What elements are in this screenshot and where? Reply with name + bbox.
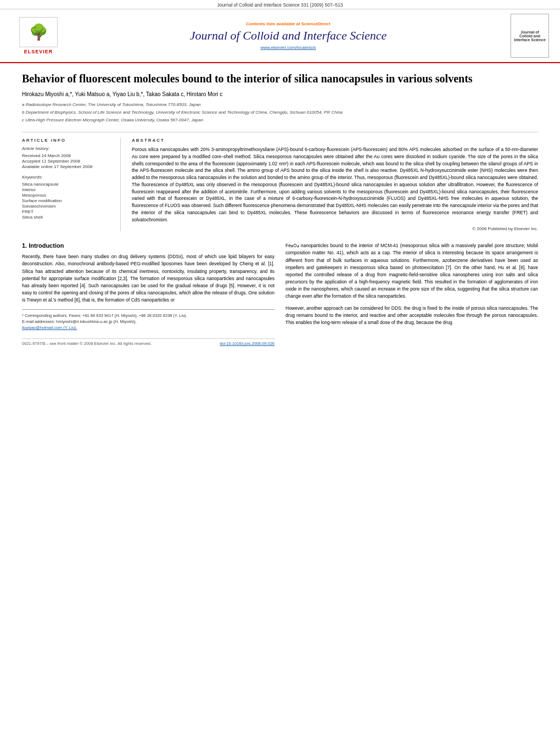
affiliations: a Radioisotope Research Center, The Univ… bbox=[22, 102, 538, 124]
footer-bar: 0021-9797/$ – see front matter © 2008 El… bbox=[22, 338, 275, 346]
main-content: Behavior of fluorescent molecules bound … bbox=[0, 63, 560, 354]
body-col-left: 1. Introduction Recently, there have bee… bbox=[22, 242, 275, 346]
thumb-line3: Interface Science bbox=[514, 38, 546, 42]
footnote-email2[interactable]: liuyiyao@hotmail.com (Y. Liu). bbox=[22, 325, 275, 330]
keyword-3: Surface modification bbox=[22, 198, 112, 203]
abstract-text: Porous silica nanocapsules with 20% 3-am… bbox=[132, 146, 538, 223]
thumb-line2: Colloid and bbox=[519, 34, 540, 38]
authors: Hirokazu Miyoshi a,*, Yuki Matsuo a, Yiy… bbox=[22, 91, 538, 97]
history-label: Article history: bbox=[22, 146, 112, 151]
keyword-4: Solvatochromism bbox=[22, 204, 112, 209]
footer-issn: 0021-9797/$ – see front matter © 2008 El… bbox=[22, 341, 152, 346]
body-section: 1. Introduction Recently, there have bee… bbox=[22, 242, 538, 346]
keyword-2: Mesoporous bbox=[22, 193, 112, 198]
affiliation-c: c Ultra-High Pressure Electron Micrograp… bbox=[22, 117, 538, 124]
accepted: Accepted 11 September 2008 bbox=[22, 159, 112, 164]
sciencedirect-link: Contents lists available at ScienceDirec… bbox=[66, 21, 511, 26]
article-info-label: ARTICLE INFO bbox=[22, 138, 112, 143]
journal-title: Journal of Colloid and Interface Science bbox=[66, 29, 511, 43]
contents-label: Contents lists available at bbox=[246, 21, 301, 26]
elsevier-wordmark: ELSEVIER bbox=[24, 49, 53, 54]
journal-thumbnail: Journal of Colloid and Interface Science bbox=[511, 14, 549, 58]
footnote-email: E-mail addresses: hmiyoshi@ri.tokushima-… bbox=[22, 319, 275, 324]
elsevier-logo: 🌳 ELSEVIER bbox=[11, 17, 66, 54]
page-wrapper: Journal of Colloid and Interface Science… bbox=[0, 0, 560, 742]
received: Received 24 March 2008 bbox=[22, 153, 112, 158]
abstract-label: ABSTRACT bbox=[132, 138, 538, 143]
journal-url[interactable]: www.elsevier.com/locate/jcis bbox=[66, 45, 511, 50]
intro-heading: 1. Introduction bbox=[22, 242, 275, 249]
authors-text: Hirokazu Miyoshi a,*, Yuki Matsuo a, Yiy… bbox=[22, 91, 222, 97]
journal-bar: Journal of Colloid and Interface Science… bbox=[0, 0, 560, 9]
keywords-label: Keywords: bbox=[22, 175, 112, 180]
header-center: Contents lists available at ScienceDirec… bbox=[66, 21, 511, 50]
article-title: Behavior of fluorescent molecules bound … bbox=[22, 71, 538, 86]
keyword-5: FRET bbox=[22, 209, 112, 214]
footer-doi[interactable]: doi:10.1016/j.jcis.2008.09.026 bbox=[220, 341, 275, 346]
keyword-6: Silica shell bbox=[22, 215, 112, 220]
affiliation-a: a Radioisotope Research Center, The Univ… bbox=[22, 102, 538, 108]
article-info-abstract: ARTICLE INFO Article history: Received 2… bbox=[22, 138, 538, 231]
available-online: Available online 17 September 2008 bbox=[22, 164, 112, 169]
keyword-1: Interior bbox=[22, 187, 112, 192]
divider-1 bbox=[22, 132, 538, 132]
article-info-col: ARTICLE INFO Article history: Received 2… bbox=[22, 138, 121, 231]
affiliation-b: b Department of Biophysics, School of Li… bbox=[22, 109, 538, 116]
header-section: 🌳 ELSEVIER Contents lists available at S… bbox=[0, 9, 560, 63]
footnote-section: * Corresponding authors. Faxes: +81 88 6… bbox=[22, 309, 275, 330]
sciencedirect-name: ScienceDirect bbox=[301, 21, 331, 26]
body-two-col: 1. Introduction Recently, there have bee… bbox=[22, 242, 538, 346]
abstract-col: ABSTRACT Porous silica nanocapsules with… bbox=[132, 138, 538, 231]
keyword-0: Silica nanocapsule bbox=[22, 182, 112, 187]
logo-tree-icon: 🌳 bbox=[29, 25, 48, 40]
intro-para1: Recently, there have been many studies o… bbox=[22, 253, 275, 304]
body-col-right: Fe₃O₄ nanoparticles bound to the interio… bbox=[285, 242, 538, 346]
logo-box: 🌳 bbox=[19, 17, 58, 47]
thumb-line1: Journal of bbox=[520, 30, 539, 34]
copyright-line: © 2008 Published by Elsevier Inc. bbox=[132, 226, 538, 231]
intro-para2: Fe₃O₄ nanoparticles bound to the interio… bbox=[285, 242, 538, 300]
intro-para3: However, another approach can be conside… bbox=[285, 305, 538, 327]
footnote-corresponding: * Corresponding authors. Faxes: +81 88 6… bbox=[22, 313, 275, 318]
journal-citation: Journal of Colloid and Interface Science… bbox=[217, 2, 343, 8]
